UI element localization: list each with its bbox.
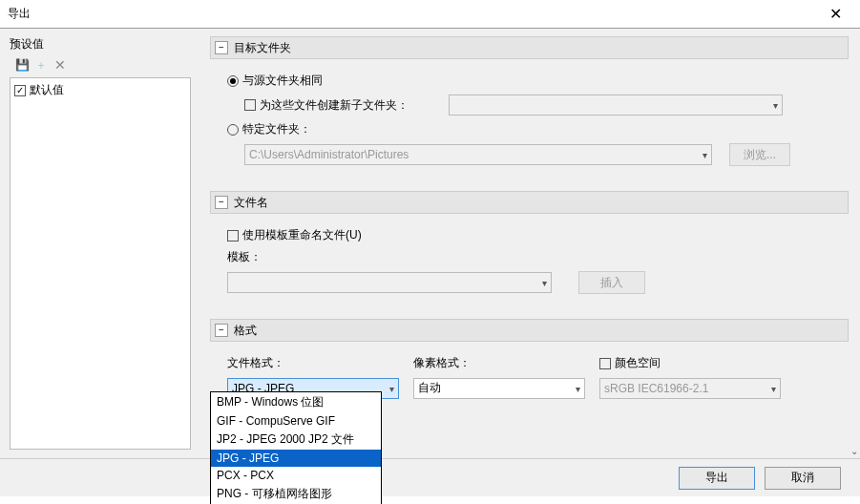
section-title: 格式: [234, 323, 257, 339]
sidebar: 预设值 💾 ＋ ✕ 默认值: [0, 29, 200, 458]
chevron-down-icon: ▾: [703, 150, 707, 160]
radio-icon: [227, 124, 239, 136]
cancel-button[interactable]: 取消: [765, 467, 841, 490]
chevron-down-icon: ▾: [542, 278, 547, 288]
file-format-option[interactable]: PCX - PCX: [211, 467, 381, 484]
main-area: 预设值 💾 ＋ ✕ 默认值 目标文件夹 与源文件夹相同: [0, 29, 860, 458]
section-target-folder[interactable]: 目标文件夹: [210, 36, 849, 59]
collapse-icon[interactable]: [215, 41, 228, 54]
settings-panel: 目标文件夹 与源文件夹相同 为这些文件创建新子文件夹： ▾: [200, 29, 860, 458]
export-button[interactable]: 导出: [679, 467, 755, 490]
preset-item-default[interactable]: 默认值: [14, 82, 186, 98]
preset-label: 预设值: [10, 36, 191, 52]
preset-list[interactable]: 默认值: [10, 77, 191, 450]
footer: 导出 取消: [0, 458, 860, 496]
radio-icon: [227, 75, 239, 87]
radio-same-as-source[interactable]: 与源文件夹相同: [227, 73, 323, 89]
save-icon[interactable]: 💾: [13, 56, 31, 74]
checkbox-create-subfolder[interactable]: 为这些文件创建新子文件夹：: [244, 97, 409, 114]
checkbox-icon: [244, 99, 256, 111]
template-label: 模板：: [227, 249, 262, 265]
chevron-down-icon: ▾: [771, 383, 776, 393]
checkbox-use-template[interactable]: 使用模板重命名文件(U): [227, 227, 362, 243]
path-combo: C:\Users\Administrator\Pictures ▾: [244, 144, 712, 165]
collapse-icon[interactable]: [215, 324, 228, 337]
window-title: 导出: [8, 6, 818, 22]
file-format-option[interactable]: JPG - JPEG: [211, 450, 381, 467]
insert-button: 插入: [578, 271, 645, 294]
chevron-down-icon: ▾: [576, 383, 580, 393]
checkbox-icon[interactable]: [14, 85, 26, 96]
radio-specific-folder[interactable]: 特定文件夹：: [227, 121, 311, 137]
file-format-option[interactable]: GIF - CompuServe GIF: [211, 412, 381, 430]
pixel-format-label: 像素格式：: [413, 355, 599, 371]
section-title: 目标文件夹: [234, 40, 291, 56]
colorspace-combo: sRGB IEC61966-2.1 ▾: [599, 378, 781, 399]
checkbox-colorspace[interactable]: 颜色空间: [599, 355, 661, 371]
subfolder-combo: ▾: [449, 94, 783, 116]
file-format-label: 文件格式：: [227, 355, 413, 371]
checkbox-icon: [227, 230, 239, 242]
checkbox-icon: [599, 358, 611, 369]
file-format-option[interactable]: PNG - 可移植网络图形: [211, 484, 381, 504]
scroll-down-icon[interactable]: ⌄: [850, 446, 858, 456]
preset-item-label: 默认值: [30, 82, 64, 98]
collapse-icon[interactable]: [215, 196, 228, 209]
preset-toolbar: 💾 ＋ ✕: [10, 56, 191, 74]
chevron-down-icon: ▾: [389, 383, 394, 393]
close-icon[interactable]: ✕: [818, 5, 852, 23]
section-filename[interactable]: 文件名: [210, 191, 849, 214]
chevron-down-icon: ▾: [773, 100, 778, 111]
pixel-format-combo[interactable]: 自动 ▾: [413, 378, 585, 399]
add-icon[interactable]: ＋: [32, 56, 50, 74]
file-format-dropdown[interactable]: BMP - Windows 位图GIF - CompuServe GIFJP2 …: [210, 391, 382, 504]
delete-icon[interactable]: ✕: [52, 56, 69, 74]
titlebar: 导出 ✕: [0, 0, 860, 29]
section-format[interactable]: 格式: [210, 319, 849, 342]
file-format-option[interactable]: BMP - Windows 位图: [211, 392, 381, 412]
section-title: 文件名: [234, 195, 268, 211]
path-value: C:\Users\Administrator\Pictures: [249, 148, 409, 161]
browse-button: 浏览...: [729, 143, 790, 166]
template-combo: ▾: [227, 272, 552, 293]
file-format-option[interactable]: JP2 - JPEG 2000 JP2 文件: [211, 430, 381, 450]
